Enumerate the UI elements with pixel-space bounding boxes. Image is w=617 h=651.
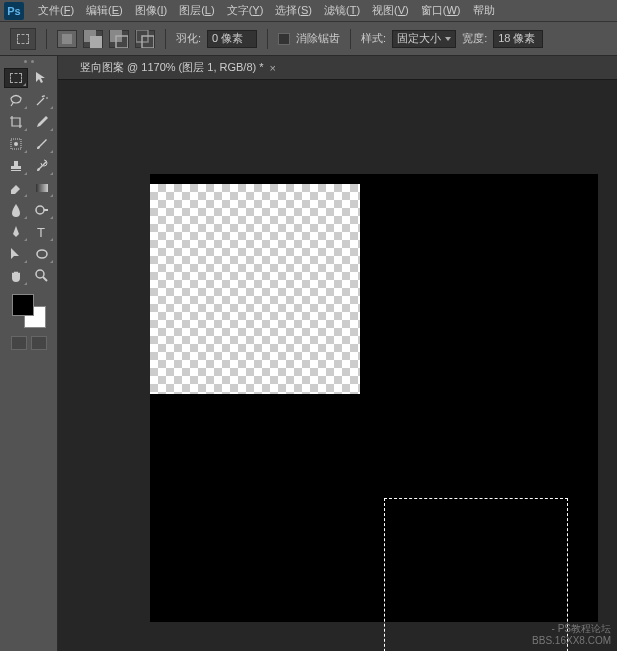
menu-image[interactable]: 图像(I) [129,1,173,20]
menu-filter[interactable]: 滤镜(T) [318,1,366,20]
tool-shape[interactable] [30,244,54,264]
document-tabs: 竖向图案 @ 1170% (图层 1, RGB/8) * × [58,56,617,80]
transparent-layer [150,184,360,394]
tool-heal[interactable] [4,134,28,154]
tool-pen[interactable] [4,222,28,242]
menu-window[interactable]: 窗口(W) [415,1,467,20]
workspace: 竖向图案 @ 1170% (图层 1, RGB/8) * × - PS教程论坛 … [58,56,617,651]
tool-move[interactable] [30,68,54,88]
close-icon[interactable]: × [270,62,276,74]
antialias-label: 消除锯齿 [296,31,340,46]
foreground-swatch[interactable] [12,294,34,316]
selection-subtract-button[interactable] [109,30,129,48]
tool-dodge[interactable] [30,200,54,220]
tool-stamp[interactable] [4,156,28,176]
selection-new-button[interactable] [57,30,77,48]
divider [350,29,351,49]
tool-lasso[interactable] [4,90,28,110]
document-tab[interactable]: 竖向图案 @ 1170% (图层 1, RGB/8) * × [70,57,286,78]
tool-text[interactable]: T [30,222,54,242]
style-label: 样式: [361,31,386,46]
ps-logo: Ps [4,2,24,20]
antialias-checkbox[interactable] [278,33,290,45]
marquee-icon [17,34,29,44]
tool-brush[interactable] [30,134,54,154]
selection-intersect-button[interactable] [135,30,155,48]
width-label: 宽度: [462,31,487,46]
document-canvas[interactable] [150,174,598,622]
tool-crop[interactable] [4,112,28,132]
tool-blur[interactable] [4,200,28,220]
screenmode-button[interactable] [31,336,47,350]
toolbar: T [0,56,58,651]
tool-zoom[interactable] [30,266,54,286]
selection-add-button[interactable] [83,30,103,48]
style-select[interactable]: 固定大小 [392,30,456,48]
menubar: Ps 文件(F) 编辑(E) 图像(I) 图层(L) 文字(Y) 选择(S) 滤… [0,0,617,22]
menu-view[interactable]: 视图(V) [366,1,415,20]
feather-input[interactable] [207,30,257,48]
menu-edit[interactable]: 编辑(E) [80,1,129,20]
menu-select[interactable]: 选择(S) [269,1,318,20]
tool-path-select[interactable] [4,244,28,264]
tool-wand[interactable] [30,90,54,110]
divider [46,29,47,49]
svg-point-11 [37,250,47,258]
divider [267,29,268,49]
tool-marquee[interactable] [4,68,28,88]
svg-rect-1 [90,36,102,48]
menu-help[interactable]: 帮助 [467,1,501,20]
tool-preset-button[interactable] [10,28,36,50]
watermark: - PS教程论坛 BBS.16XX8.COM [532,623,611,647]
feather-label: 羽化: [176,31,201,46]
quickmask-button[interactable] [11,336,27,350]
tool-eyedropper[interactable] [30,112,54,132]
menu-layer[interactable]: 图层(L) [173,1,220,20]
document-tab-title: 竖向图案 @ 1170% (图层 1, RGB/8) * [80,60,264,75]
main-area: T 竖向图案 @ 1170% (图层 1, RGB/8) * × [0,56,617,651]
svg-rect-8 [36,184,48,192]
divider [165,29,166,49]
menu-type[interactable]: 文字(Y) [221,1,270,20]
chevron-down-icon [445,37,451,41]
svg-text:T: T [37,225,45,240]
tool-hand[interactable] [4,266,28,286]
width-input[interactable] [493,30,543,48]
canvas-area[interactable]: - PS教程论坛 BBS.16XX8.COM [58,80,617,651]
svg-point-9 [36,206,44,214]
color-swatches[interactable] [12,294,46,328]
tool-history-brush[interactable] [30,156,54,176]
toolbar-grip[interactable] [9,60,49,66]
menu-file[interactable]: 文件(F) [32,1,80,20]
tool-eraser[interactable] [4,178,28,198]
svg-point-7 [14,142,18,146]
optionsbar: 羽化: 消除锯齿 样式: 固定大小 宽度: [0,22,617,56]
svg-point-12 [36,270,44,278]
tool-gradient[interactable] [30,178,54,198]
